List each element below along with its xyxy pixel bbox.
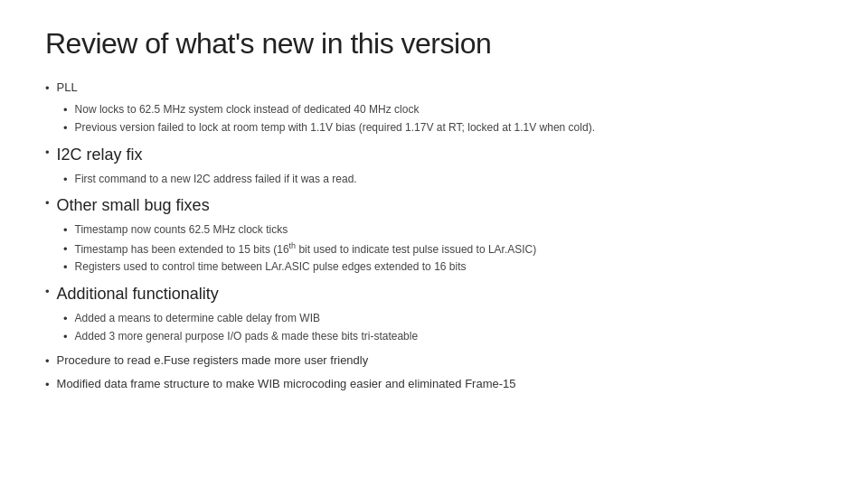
bullet-procedure: • Procedure to read e.Fuse registers mad… — [45, 352, 823, 371]
pll-sub1: • Now locks to 62.5 MHz system clock ins… — [63, 101, 823, 119]
bullet-dot: • — [45, 80, 50, 98]
bullet-dot: • — [63, 240, 68, 258]
modified-label: Modified data frame structure to make WI… — [57, 375, 823, 393]
bullet-dot: • — [63, 101, 68, 119]
additional-sub2: • Added 3 more general purpose I/O pads … — [63, 328, 823, 346]
bullet-dot: • — [45, 352, 50, 371]
i2c-sub1-text: First command to a new I2C address faile… — [75, 171, 823, 187]
section-additional: • Additional functionality • Added a mea… — [45, 282, 823, 346]
additional-sub1-text: Added a means to determine cable delay f… — [75, 310, 823, 326]
pll-sub1-text: Now locks to 62.5 MHz system clock inste… — [75, 101, 823, 117]
bullet-dot: • — [63, 119, 68, 137]
i2c-label: I2C relay fix — [57, 143, 823, 167]
content-area: • PLL • Now locks to 62.5 MHz system clo… — [45, 79, 823, 394]
page: Review of what's new in this version • P… — [0, 0, 868, 488]
bullet-i2c: • I2C relay fix — [45, 143, 823, 167]
i2c-sub1: • First command to a new I2C address fai… — [63, 171, 823, 189]
procedure-label: Procedure to read e.Fuse registers made … — [57, 352, 823, 370]
bullet-dot: • — [45, 376, 50, 394]
section-procedure: • Procedure to read e.Fuse registers mad… — [45, 352, 823, 371]
bullet-pll: • PLL — [45, 79, 823, 98]
pll-label: PLL — [57, 79, 823, 97]
section-modified: • Modified data frame structure to make … — [45, 375, 823, 394]
bullet-dot: • — [45, 144, 50, 162]
bullet-bug-fixes: • Other small bug fixes — [45, 193, 823, 218]
section-i2c: • I2C relay fix • First command to a new… — [45, 143, 823, 189]
bug-sub3-text: Registers used to control time between L… — [75, 258, 823, 275]
section-pll: • PLL • Now locks to 62.5 MHz system clo… — [45, 79, 823, 137]
bullet-dot: • — [45, 194, 50, 212]
additional-label: Additional functionality — [57, 282, 823, 306]
bullet-dot: • — [63, 310, 68, 328]
additional-sub2-text: Added 3 more general purpose I/O pads & … — [75, 328, 823, 344]
bullet-dot: • — [45, 283, 50, 301]
bullet-additional: • Additional functionality — [45, 282, 823, 306]
bug-fixes-label: Other small bug fixes — [57, 193, 823, 218]
bullet-modified: • Modified data frame structure to make … — [45, 375, 823, 394]
bullet-dot: • — [63, 328, 68, 346]
bug-sub1: • Timestamp now counts 62.5 MHz clock ti… — [63, 221, 823, 239]
pll-sub2: • Previous version failed to lock at roo… — [63, 119, 823, 137]
bug-sub1-text: Timestamp now counts 62.5 MHz clock tick… — [75, 221, 823, 238]
section-bug-fixes: • Other small bug fixes • Timestamp now … — [45, 193, 823, 277]
additional-sub1: • Added a means to determine cable delay… — [63, 310, 823, 328]
bug-sub2-text: Timestamp has been extended to 15 bits (… — [75, 240, 823, 258]
bullet-dot: • — [63, 258, 68, 277]
bullet-dot: • — [63, 171, 68, 189]
bug-sub2: • Timestamp has been extended to 15 bits… — [63, 240, 823, 258]
bug-sub3: • Registers used to control time between… — [63, 258, 823, 277]
pll-sub2-text: Previous version failed to lock at room … — [75, 119, 823, 136]
bullet-dot: • — [63, 221, 68, 239]
page-title: Review of what's new in this version — [45, 27, 823, 61]
